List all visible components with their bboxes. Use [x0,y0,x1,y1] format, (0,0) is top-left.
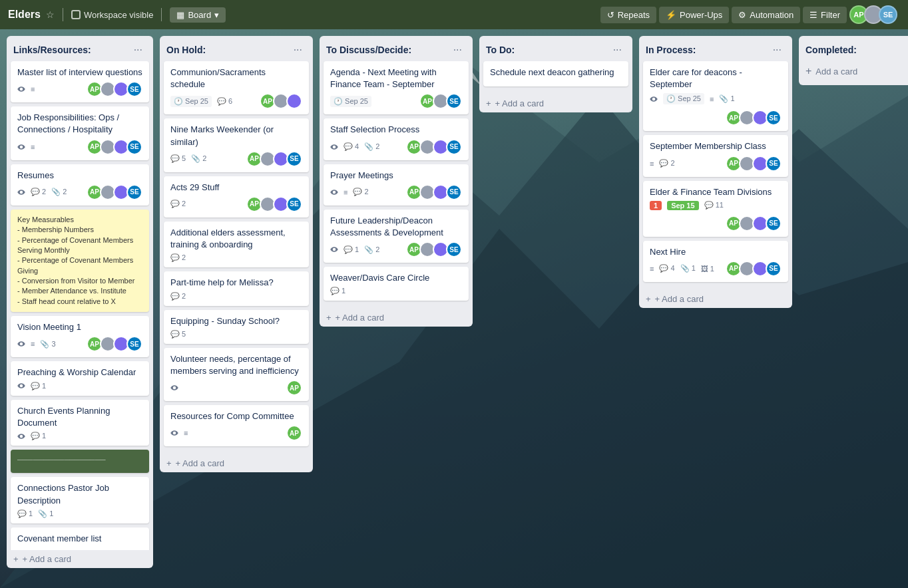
attach-badge: 📎 2 [364,245,379,254]
attach-badge: 📎 1 [680,264,696,273]
column-menu-discuss[interactable]: ··· [449,43,466,57]
card-title: Vision Meeting 1 [17,321,142,333]
card-title: Resources for Comp Committee [170,410,302,422]
repeats-button[interactable]: ↺ Repeats [600,7,656,23]
text-badge: ≡ [650,160,654,168]
card-schedule-deacon[interactable]: Schedule next deacon gathering [483,61,628,86]
card-meta: ≡ AP SE [17,139,142,155]
text-badge: ≡ [184,429,188,437]
add-card-button-links[interactable]: + + Add a card [7,550,153,568]
board-icon: ▦ [176,10,184,20]
attach-badge: 📎 3 [40,340,55,349]
cards-links: Master list of interview questions ≡ AP … [7,61,153,550]
add-card-completed[interactable]: + Add a card [803,61,908,81]
avatar [286,93,302,109]
card-acts29[interactable]: Acts 29 Stuff 💬 2 AP SE [164,176,309,218]
image-badge: 🖼 1 [701,265,714,273]
card-meta: 💬 5 📎 2 AP SE [170,151,302,167]
plus-icon: + [13,554,19,564]
avatar: SE [126,139,142,155]
filter-button[interactable]: ☰ Filter [803,7,847,23]
date-badge: 🕐 Sep 25 [170,96,212,107]
star-icon[interactable]: ☆ [46,9,55,20]
comments-badge: 💬 11 [704,201,724,210]
column-title-discuss: To Discuss/Decide: [326,45,411,55]
card-title: Additional elders assessment, training &… [170,227,302,251]
card-weaver-davis[interactable]: Weaver/Davis Care Circle 💬 1 [324,267,469,301]
comments-badge: 💬 2 [31,188,46,196]
comments-badge: 💬 5 [170,154,186,163]
card-job-resp[interactable]: Job Responsibilities: Ops / Connections … [11,106,149,160]
card-avatars: AP SE [87,81,142,97]
card-prayer-meetings[interactable]: Prayer Meetings ≡ 💬 2 AP SE [324,164,469,206]
card-future-leadership[interactable]: Future Leadership/Deacon Assessments & D… [324,210,469,263]
card-meta: 💬 4 📎 2 AP SE [330,139,462,155]
date-badge: 🕐 Sep 25 [663,93,704,104]
card-preaching-worship[interactable]: Preaching & Worship Calendar 💬 1 [11,361,149,395]
card-nine-marks[interactable]: Nine Marks Weekender (or similar) 💬 5 📎 … [164,118,309,172]
add-card-button-onhold[interactable]: + + Add a card [160,454,313,472]
avatar: SE [286,151,302,167]
card-title: Acts 29 Stuff [170,182,302,194]
kanban-board: Links/Resources: ··· Master list of inte… [0,29,908,588]
card-elders-assessment[interactable]: Additional elders assessment, training &… [164,221,309,267]
workspace-btn[interactable]: Workspace visible [71,10,154,20]
card-comp-committee[interactable]: Resources for Comp Committee ≡ AP [164,405,309,446]
column-links: Links/Resources: ··· Master list of inte… [7,36,153,568]
add-card-button-discuss[interactable]: + + Add a card [320,309,473,327]
avatar-se[interactable]: SE [879,5,897,24]
card-resumes[interactable]: Resumes 💬 2 📎 2 AP SE [11,164,149,206]
card-equipping[interactable]: Equipping - Sunday School? 💬 5 [164,310,309,344]
text-badge: ≡ [650,265,654,273]
comments-badge: 💬 1 [31,382,46,390]
comments-badge: 💬 5 [170,330,186,339]
column-menu-links[interactable]: ··· [130,43,146,57]
avatar: SE [766,156,782,172]
column-menu-inprocess[interactable]: ··· [769,43,786,57]
comments-badge: 💬 4 [659,264,674,273]
text-badge: ≡ [710,95,714,103]
card-parttime-melissa[interactable]: Part-time help for Melissa? 💬 2 [164,271,309,305]
card-church-events[interactable]: Church Events Planning Document 💬 1 [11,400,149,446]
text-badge: ≡ [31,85,35,93]
column-menu-onhold[interactable]: ··· [290,43,306,57]
card-next-hire[interactable]: Next Hire ≡ 💬 4 📎 1 🖼 1 AP SE [643,241,788,282]
eye-badge [17,143,25,151]
add-card-button-todo[interactable]: + + Add a card [479,94,632,112]
card-vision-meeting[interactable]: Vision Meeting 1 ≡ 📎 3 AP SE [11,316,149,357]
card-avatars: AP SE [406,184,462,200]
card-covenant[interactable]: Covenant member list ≡ [11,527,149,550]
card-avatars: AP SE [87,184,142,200]
column-menu-todo[interactable]: ··· [609,43,626,57]
card-communion[interactable]: Communion/Sacraments schedule 🕐 Sep 25 💬… [164,61,309,114]
card-title: Nine Marks Weekender (or similar) [170,124,302,148]
card-agenda-finance[interactable]: Agenda - Next Meeting with Finance Team … [324,61,469,114]
add-card-button-inprocess[interactable]: + + Add a card [639,290,792,308]
cards-onhold: Communion/Sacraments schedule 🕐 Sep 25 💬… [160,61,313,454]
card-avatars: AP SE [726,261,782,277]
attach-badge: 📎 1 [38,510,53,518]
card-key-measurables[interactable]: Key Measurables- Membership Numbers- Per… [11,210,149,313]
card-connections-pastor[interactable]: Connections Pastor Job Description 💬 1 📎… [11,477,149,523]
card-elder-care[interactable]: Elder care for deacons - September 🕐 Sep… [643,61,788,131]
card-title: Church Events Planning Document [17,405,142,429]
card-separator[interactable]: ───────────────── [11,450,149,473]
attach-badge: 📎 2 [51,188,67,196]
card-master-list[interactable]: Master list of interview questions ≡ AP … [11,61,149,102]
avatar: SE [766,216,782,231]
column-inprocess: In Process: ··· Elder care for deacons -… [639,36,792,308]
card-meta: 💬 1 [330,287,462,295]
board-view-button[interactable]: ▦ Board ▾ [170,7,226,23]
comments-badge: 💬 6 [217,97,232,106]
card-elder-finance-divisions[interactable]: Elder & Finance Team Divisions 1 Sep 15 … [643,181,788,237]
power-ups-button[interactable]: ⚡ Power-Ups [659,7,729,23]
card-meta: 🕐 Sep 25 ≡ 📎 1 AP SE [650,93,782,126]
eye-badge [17,188,25,196]
card-avatars: AP [286,425,302,441]
card-volunteer-needs[interactable]: Volunteer needs, percentage of members s… [164,348,309,401]
automation-button[interactable]: ⚙ Automation [732,7,800,23]
card-staff-selection[interactable]: Staff Selection Process 💬 4 📎 2 AP SE [324,118,469,160]
card-meta: ≡ AP [170,425,302,441]
board-title: Elders [8,9,41,21]
card-sept-membership[interactable]: September Membership Class ≡ 💬 2 AP SE [643,135,788,176]
